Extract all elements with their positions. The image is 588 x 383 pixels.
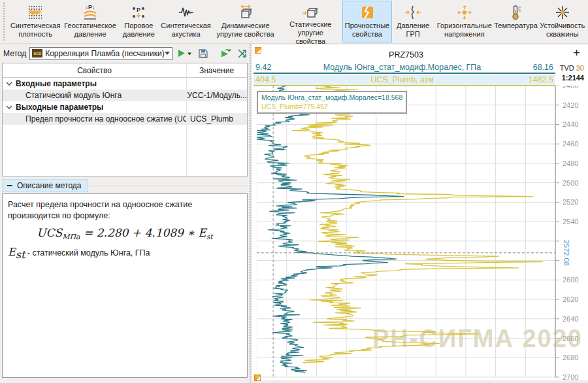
- strength-properties-icon: [359, 3, 376, 22]
- temperature-icon: [507, 3, 524, 22]
- svg-text:↓P↓: ↓P↓: [86, 4, 95, 10]
- depth-axis-header: TVD30 1:2144: [560, 63, 584, 84]
- chevron-down-icon: [165, 52, 170, 55]
- svg-text:2500: 2500: [563, 179, 578, 187]
- toolbar-item-label: Устойчивость скважины: [540, 22, 585, 39]
- formula-footnote: Est - статический модуль Юнга, ГПа: [8, 245, 242, 261]
- well-stability-icon: [554, 3, 571, 22]
- svg-text:2680: 2680: [563, 354, 578, 361]
- depth-axis-scale: 1:2144: [560, 73, 584, 83]
- param-value: УСС-1/Модуль...: [184, 91, 248, 100]
- toolbar-item-static-elastic[interactable]: Статические упругие свойства: [279, 1, 342, 42]
- curve-min: 9.42: [253, 63, 271, 72]
- well-title: PRZ7503: [257, 50, 555, 59]
- frac-pressure-icon: [404, 3, 421, 22]
- toolbar-item-horizontal-stress[interactable]: Горизонтальные напряжения: [434, 1, 495, 42]
- add-track-button[interactable]: +: [573, 46, 580, 60]
- method-bar: Метод ucs Корреляция Пламба (песчаники): [0, 44, 250, 62]
- method-label: Метод: [3, 49, 26, 58]
- depth-axis-offset: 30: [576, 64, 584, 72]
- depth-axis-type: TVD: [560, 64, 574, 72]
- method-panel: Метод ucs Корреляция Пламба (песчаники) …: [0, 44, 250, 383]
- toolbar-item-label: Давление ГРП: [396, 22, 430, 39]
- svg-text:2460: 2460: [563, 140, 578, 148]
- toolbar-item-temperature[interactable]: Температура: [495, 1, 536, 42]
- collapse-minus-icon: [7, 182, 13, 189]
- svg-text:2520: 2520: [563, 198, 578, 206]
- svg-text:2600: 2600: [563, 276, 578, 284]
- svg-text:2440: 2440: [563, 120, 578, 128]
- curve-name: Модуль Юнга_стат_модиф.Моралес, ГПа: [271, 63, 532, 72]
- group-row-output-params[interactable]: Выходные параметры: [3, 101, 247, 113]
- toolbar-item-geostatic-pressure[interactable]: ↓P↓ Геостатическое давление: [63, 1, 118, 42]
- table-row-ucs[interactable]: Предел прочности на одноосное сжатие (UC…: [3, 113, 247, 125]
- method-description-label: Описание метода: [17, 181, 82, 190]
- group-row-input-params[interactable]: Входные параметры: [3, 78, 247, 90]
- toolbar-item-label: Синтетическая акустика: [161, 22, 211, 39]
- toolbar-item-label: Прочностные свойства: [345, 22, 389, 39]
- run-all-button[interactable]: [218, 46, 233, 61]
- toolbar-item-synthetic-density[interactable]: Синтетическая плотность: [8, 1, 63, 42]
- toolbar-item-pore-pressure[interactable]: P Поровое давление: [118, 1, 160, 42]
- method-description-header: Описание метода: [2, 179, 248, 192]
- divider: [90, 186, 248, 186]
- toolbar-item-frac-pressure[interactable]: Давление ГРП: [392, 1, 434, 42]
- run-button[interactable]: [176, 46, 193, 61]
- svg-text:2400: 2400: [563, 86, 578, 90]
- ucs-formula: UCSМПа = 2.280 + 4.1089 ∗ Est: [8, 225, 242, 242]
- swap-tracks-button[interactable]: [236, 46, 250, 61]
- curve-max: 68.16: [533, 63, 555, 72]
- log-plot[interactable]: РН-СИГМА 2020240024202440246024802500252…: [257, 86, 588, 380]
- method-description-toggle[interactable]: Описание метода: [2, 179, 88, 192]
- toolbar-item-label: Динамические упругие свойства: [216, 22, 274, 39]
- toolbar-item-label: Геостатическое давление: [64, 22, 116, 39]
- toolbar-item-label: Статические упругие свойства: [283, 20, 338, 46]
- toolbar-item-dynamic-elastic[interactable]: Динамические упругие свойства: [212, 1, 278, 42]
- toolbar-item-strength-properties[interactable]: Прочностные свойства: [342, 1, 392, 42]
- curve-header-young-modulus[interactable]: 9.42 Модуль Юнга_стат_модиф.Моралес, ГПа…: [253, 62, 555, 74]
- toolbar-item-label: Поровое давление: [122, 22, 156, 39]
- collapse-chevron-icon: [6, 81, 12, 86]
- toolbar-item-synthetic-acoustics[interactable]: Синтетическая акустика: [160, 1, 212, 42]
- run-options-caret-icon: [187, 48, 192, 58]
- save-button[interactable]: [197, 46, 210, 61]
- method-combobox-value: Корреляция Пламба (песчаники): [45, 49, 164, 58]
- collapse-chevron-icon: [6, 105, 12, 110]
- method-combobox[interactable]: ucs Корреляция Пламба (песчаники): [29, 47, 172, 60]
- group-label: Выходные параметры: [16, 103, 103, 112]
- column-header-value: Значение: [186, 66, 247, 75]
- ucs-method-icon: ucs: [32, 49, 42, 58]
- curve-min: 404.5: [253, 75, 276, 84]
- synthetic-density-icon: [27, 3, 44, 22]
- curve-header-ucs-plumb[interactable]: 404.5 UCS_Plumb, атм 1462.5: [253, 75, 555, 86]
- param-value: UCS_Plumb: [186, 114, 233, 124]
- description-intro: Расчет предела прочности на одноосное сж…: [8, 199, 242, 222]
- toolbar-drag-handle[interactable]: [3, 3, 6, 41]
- dynamic-elastic-icon: [237, 3, 254, 22]
- table-row-static-young-modulus[interactable]: Статический модуль Юнга УСС-1/Модуль...: [3, 90, 247, 101]
- svg-text:РН-СИГМА 2020: РН-СИГМА 2020: [372, 325, 583, 352]
- group-label: Входные параметры: [16, 79, 97, 88]
- param-name: Предел прочности на одноосное сжатие (UC…: [3, 114, 186, 124]
- method-description-box: Расчет предела прочности на одноосное сж…: [2, 193, 248, 378]
- horizontal-stress-icon: [456, 3, 473, 22]
- pore-pressure-icon: P: [130, 3, 147, 22]
- svg-text:2572.08: 2572.08: [563, 240, 570, 266]
- svg-text:2480: 2480: [563, 159, 578, 167]
- svg-text:P: P: [137, 7, 140, 13]
- static-elastic-icon: [302, 3, 319, 20]
- tooltip-young-modulus-value: Модуль Юнга_стат_модиф.Моралес=18.568: [261, 93, 402, 103]
- svg-text:2420: 2420: [563, 101, 578, 109]
- tooltip-ucs-value: UCS_Plumb=775.457: [261, 103, 402, 112]
- column-header-property: Свойство: [3, 66, 186, 75]
- toolbar-item-well-stability[interactable]: Устойчивость скважины: [536, 1, 588, 42]
- svg-text:2620: 2620: [563, 295, 578, 303]
- param-name: Статический модуль Юнга: [3, 91, 184, 100]
- params-table: Свойство Значение Входные параметры Стат…: [2, 63, 248, 176]
- svg-text:2700: 2700: [563, 373, 578, 380]
- toolbar-item-label: Горизонтальные напряжения: [437, 22, 492, 39]
- toolbar-item-label: Синтетическая плотность: [10, 22, 61, 39]
- main-toolbar: Синтетическая плотность ↓P↓ Геостатическ…: [0, 0, 588, 44]
- curve-max: 1462.5: [529, 75, 555, 84]
- toolbar-item-label: Температура: [494, 22, 538, 30]
